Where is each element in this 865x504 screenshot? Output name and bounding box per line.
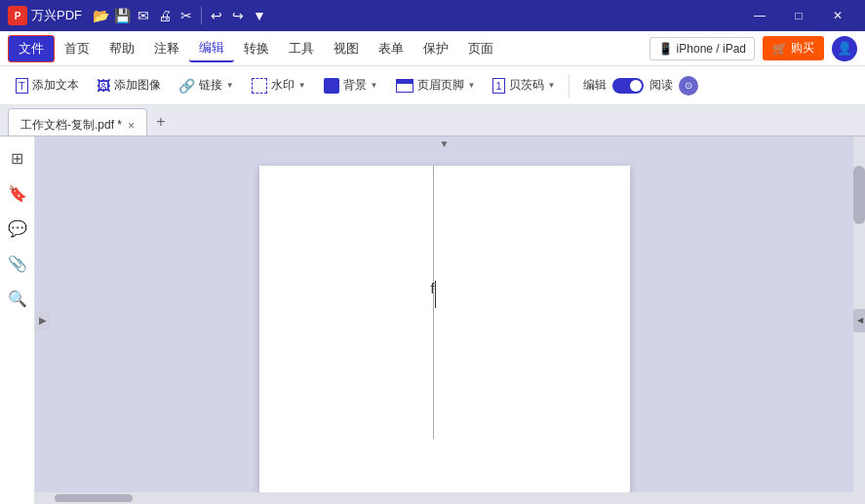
dropdown-icon[interactable]: ▼: [249, 5, 270, 26]
menu-page[interactable]: 页面: [458, 35, 503, 62]
edit-toggle: 编辑 阅读 ⊙: [575, 72, 706, 99]
scrollbar-thumb[interactable]: [853, 166, 865, 224]
menu-file[interactable]: 文件: [8, 35, 55, 62]
menu-protect[interactable]: 保护: [413, 35, 458, 62]
menu-home[interactable]: 首页: [55, 35, 99, 62]
sidebar-comment-icon[interactable]: 💬: [4, 214, 31, 242]
menu-tools[interactable]: 工具: [279, 35, 324, 62]
toolbar: T 添加文本 🖼 添加图像 🔗 链接 ▼ 水印 ▼ 背景 ▼ 页眉页脚 ▼ 1 …: [0, 66, 865, 105]
iphone-ipad-label: iPhone / iPad: [677, 42, 746, 56]
background-icon: [324, 78, 339, 94]
watermark-label: 水印: [271, 77, 295, 94]
sidebar-attachment-icon[interactable]: 📎: [4, 250, 31, 277]
menu-edit[interactable]: 编辑: [189, 35, 234, 62]
open-file-icon[interactable]: 📂: [90, 5, 111, 26]
background-dropdown-arrow: ▼: [371, 81, 378, 90]
cart-icon: 🛒: [772, 42, 787, 56]
edit-read-toggle[interactable]: [612, 78, 644, 94]
shop-button[interactable]: 🛒 购买: [763, 36, 824, 60]
tab-title: 工作文档-复制.pdf *: [20, 117, 122, 134]
background-label: 背景: [343, 77, 367, 94]
add-text-label: 添加文本: [32, 77, 79, 94]
edit-toggle-label: 编辑: [583, 77, 607, 94]
sidebar-thumbnail-icon[interactable]: ⊞: [4, 144, 31, 172]
text-cursor-area: f: [431, 281, 437, 308]
cursor-letter: f: [431, 281, 435, 296]
watermark-dropdown-arrow: ▼: [298, 81, 306, 90]
titlebar: P 万兴PDF 📂 💾 ✉ 🖨 ✂ ↩ ↪ ▼ — □ ✕: [0, 0, 865, 31]
menubar: 文件 首页 帮助 注释 编辑 转换 工具 视图 表单 保护 页面 📱 iPhon…: [0, 31, 865, 66]
scroll-right-arrow[interactable]: ◀: [853, 309, 865, 332]
bottom-scrollbar[interactable]: [35, 492, 853, 504]
read-toggle-label: 阅读: [649, 77, 673, 94]
add-text-icon: T: [16, 78, 28, 94]
add-image-label: 添加图像: [114, 77, 161, 94]
shop-label: 购买: [791, 40, 814, 57]
header-footer-button[interactable]: 页眉页脚 ▼: [388, 71, 484, 100]
logo-area: P 万兴PDF: [8, 6, 82, 25]
barcode-button[interactable]: 1 贝茨码 ▼: [485, 71, 563, 100]
toolbar-separator: [569, 74, 570, 97]
menu-convert[interactable]: 转换: [234, 35, 279, 62]
user-avatar[interactable]: 👤: [832, 36, 857, 61]
menu-view[interactable]: 视图: [324, 35, 369, 62]
barcode-dropdown-arrow: ▼: [548, 81, 556, 90]
left-sidebar: ⊞ 🔖 💬 📎 🔍: [0, 136, 35, 504]
watermark-button[interactable]: 水印 ▼: [244, 71, 314, 100]
redo-icon[interactable]: ↪: [227, 5, 249, 26]
read-mode-icon[interactable]: ⊙: [679, 76, 698, 96]
add-text-button[interactable]: T 添加文本: [8, 71, 87, 100]
separator-1: [201, 7, 202, 24]
logo-text: 万兴PDF: [31, 7, 82, 24]
background-button[interactable]: 背景 ▼: [316, 71, 386, 100]
link-icon: 🔗: [178, 78, 195, 94]
sidebar-bookmark-icon[interactable]: 🔖: [4, 179, 31, 207]
barcode-icon: 1: [492, 78, 504, 94]
iphone-ipad-button[interactable]: 📱 iPhone / iPad: [649, 37, 755, 60]
email-icon[interactable]: ✉: [133, 5, 154, 26]
phone-icon: 📱: [658, 42, 673, 56]
header-footer-icon: [396, 79, 413, 93]
right-scrollbar[interactable]: ◀: [853, 136, 865, 504]
document-area: ▼ f: [35, 136, 853, 504]
sidebar-search-icon[interactable]: 🔍: [4, 285, 31, 312]
link-dropdown-arrow: ▼: [226, 81, 234, 90]
new-tab-button[interactable]: +: [147, 108, 175, 136]
cursor-caret: [435, 281, 436, 308]
close-button[interactable]: ✕: [818, 0, 857, 31]
link-button[interactable]: 🔗 链接 ▼: [171, 71, 242, 100]
header-footer-label: 页眉页脚: [417, 77, 464, 94]
scroll-down-arrow: ▼: [440, 138, 450, 149]
user-icon: 👤: [837, 41, 852, 56]
maximize-button[interactable]: □: [779, 0, 818, 31]
header-footer-dropdown-arrow: ▼: [468, 81, 476, 90]
barcode-label: 贝茨码: [509, 77, 544, 94]
tabbar: 工作文档-复制.pdf * × +: [0, 105, 865, 136]
watermark-icon: [252, 78, 267, 94]
menu-help[interactable]: 帮助: [99, 35, 144, 62]
tab-close-button[interactable]: ×: [128, 119, 135, 133]
print-icon[interactable]: 🖨: [154, 5, 176, 26]
pdf-page: f: [259, 166, 630, 494]
undo-icon[interactable]: ↩: [206, 5, 227, 26]
link-label: 链接: [199, 77, 222, 94]
current-tab[interactable]: 工作文档-复制.pdf * ×: [8, 108, 147, 136]
add-image-icon: 🖼: [97, 78, 110, 94]
minimize-button[interactable]: —: [740, 0, 779, 31]
logo-icon: P: [8, 6, 27, 25]
h-scrollbar-thumb[interactable]: [55, 494, 133, 502]
add-image-button[interactable]: 🖼 添加图像: [89, 71, 169, 100]
main-area: ⊞ 🔖 💬 📎 🔍 ▶ ▼ f ◀: [0, 136, 865, 504]
menu-annotate[interactable]: 注释: [144, 35, 189, 62]
right-arrow-icon: ◀: [857, 316, 863, 325]
menu-form[interactable]: 表单: [369, 35, 413, 62]
scissors-icon[interactable]: ✂: [176, 5, 197, 26]
save-icon[interactable]: 💾: [111, 5, 133, 26]
